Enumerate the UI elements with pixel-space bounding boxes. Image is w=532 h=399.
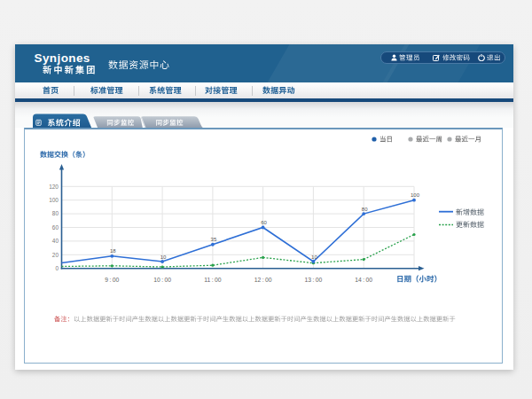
svg-text:11 : 00: 11 : 00 [204,277,221,283]
svg-text:13 : 00: 13 : 00 [305,277,323,283]
svg-text:35: 35 [211,237,217,242]
svg-text:60: 60 [52,224,59,231]
svg-text:60: 60 [261,220,267,225]
svg-text:40: 40 [52,238,59,244]
svg-text:12 : 00: 12 : 00 [254,277,272,283]
svg-text:10: 10 [160,254,167,260]
svg-text:80: 80 [52,210,59,216]
svg-text:80: 80 [362,207,368,212]
svg-text:14 : 00: 14 : 00 [355,277,372,283]
svg-text:0: 0 [55,265,59,271]
svg-text:20: 20 [52,252,59,258]
svg-text:100: 100 [49,197,59,203]
svg-text:9 : 00: 9 : 00 [105,277,119,283]
svg-text:100: 100 [411,192,420,198]
svg-text:18: 18 [110,248,116,254]
svg-text:120: 120 [49,184,59,190]
svg-text:10 : 00: 10 : 00 [153,277,171,283]
svg-text:10: 10 [311,254,317,260]
